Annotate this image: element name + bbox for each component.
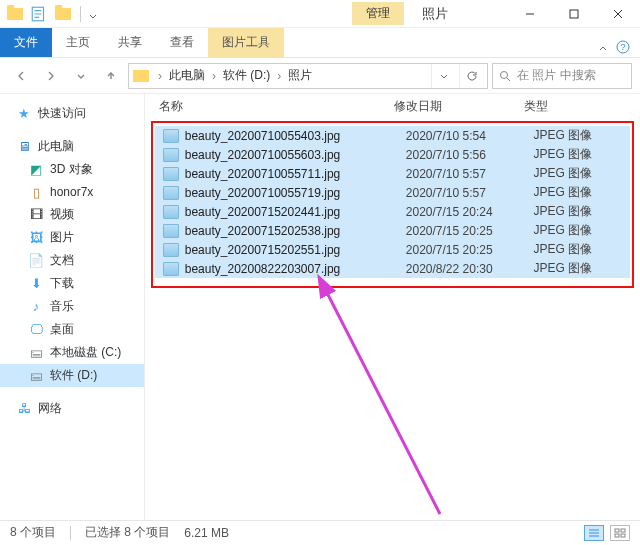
refresh-button[interactable] — [459, 64, 483, 88]
chevron-right-icon[interactable]: › — [209, 69, 219, 83]
table-row[interactable]: beauty_20200715202551.jpg2020/7/15 20:25… — [155, 240, 630, 259]
chevron-right-icon[interactable]: › — [155, 69, 165, 83]
sidebar-item-this-pc[interactable]: 🖥此电脑 — [0, 135, 144, 158]
phone-icon: ▯ — [28, 184, 44, 200]
breadcrumb[interactable]: 软件 (D:) — [221, 65, 272, 86]
back-button[interactable] — [8, 63, 34, 89]
column-date[interactable]: 修改日期 — [394, 98, 524, 115]
help-icon[interactable]: ? — [616, 40, 630, 57]
cube-icon: ◩ — [28, 162, 44, 178]
file-menu[interactable]: 文件 — [0, 28, 52, 57]
network-icon: 🖧 — [16, 401, 32, 417]
sidebar-item-videos[interactable]: 🎞视频 — [0, 203, 144, 226]
image-file-icon — [163, 148, 179, 162]
file-type: JPEG 图像 — [534, 184, 622, 201]
table-row[interactable]: beauty_20200710055603.jpg2020/7/10 5:56J… — [155, 145, 630, 164]
sidebar-item-label: 3D 对象 — [50, 161, 93, 178]
column-type[interactable]: 类型 — [524, 98, 614, 115]
image-file-icon — [163, 186, 179, 200]
search-placeholder: 在 照片 中搜索 — [517, 67, 596, 84]
column-name[interactable]: 名称 — [159, 98, 394, 115]
view-details-button[interactable] — [584, 525, 604, 541]
svg-line-5 — [320, 279, 440, 514]
status-size: 6.21 MB — [184, 526, 229, 540]
table-row[interactable]: beauty_20200715202538.jpg2020/7/15 20:25… — [155, 221, 630, 240]
file-type: JPEG 图像 — [534, 165, 622, 182]
recent-dropdown-icon[interactable] — [68, 63, 94, 89]
file-type: JPEG 图像 — [534, 127, 622, 144]
sidebar-item-label: 文档 — [50, 252, 74, 269]
star-icon: ★ — [16, 106, 32, 122]
window-title: 照片 — [422, 5, 448, 23]
svg-rect-8 — [615, 534, 619, 537]
search-icon — [499, 70, 511, 82]
breadcrumb[interactable]: 照片 — [286, 65, 314, 86]
computer-icon: 🖥 — [16, 139, 32, 155]
file-name: beauty_20200715202538.jpg — [185, 224, 406, 238]
up-button[interactable] — [98, 63, 124, 89]
highlight-box: beauty_20200710055403.jpg2020/7/10 5:54J… — [151, 121, 634, 288]
view-thumbnails-button[interactable] — [610, 525, 630, 541]
disk-icon: 🖴 — [28, 368, 44, 384]
chevron-down-icon[interactable] — [89, 10, 97, 18]
sidebar-item-documents[interactable]: 📄文档 — [0, 249, 144, 272]
table-row[interactable]: beauty_20200710055719.jpg2020/7/10 5:57J… — [155, 183, 630, 202]
image-file-icon — [163, 243, 179, 257]
tab-share[interactable]: 共享 — [104, 28, 156, 57]
sidebar-item-label: 此电脑 — [38, 138, 74, 155]
desktop-icon: 🖵 — [28, 322, 44, 338]
properties-icon[interactable] — [30, 5, 48, 23]
sidebar-item-disk-d[interactable]: 🖴软件 (D:) — [0, 364, 144, 387]
search-box[interactable]: 在 照片 中搜索 — [492, 63, 632, 89]
sidebar-item-disk-c[interactable]: 🖴本地磁盘 (C:) — [0, 341, 144, 364]
sidebar-item-label: 下载 — [50, 275, 74, 292]
sidebar-item-desktop[interactable]: 🖵桌面 — [0, 318, 144, 341]
sidebar-item-label: 软件 (D:) — [50, 367, 97, 384]
file-name: beauty_20200822203007.jpg — [185, 262, 406, 276]
column-headers[interactable]: 名称 修改日期 类型 — [145, 94, 640, 119]
sidebar-item-phone[interactable]: ▯honor7x — [0, 181, 144, 203]
new-folder-icon[interactable] — [54, 5, 72, 23]
context-tab-manage[interactable]: 管理 — [352, 2, 404, 25]
sidebar-item-label: 视频 — [50, 206, 74, 223]
maximize-button[interactable] — [552, 0, 596, 28]
image-file-icon — [163, 262, 179, 276]
sidebar-item-quick-access[interactable]: ★快速访问 — [0, 102, 144, 125]
documents-icon: 📄 — [28, 253, 44, 269]
chevron-right-icon[interactable]: › — [274, 69, 284, 83]
table-row[interactable]: beauty_20200710055711.jpg2020/7/10 5:57J… — [155, 164, 630, 183]
tab-home[interactable]: 主页 — [52, 28, 104, 57]
table-row[interactable]: beauty_20200715202441.jpg2020/7/15 20:24… — [155, 202, 630, 221]
sidebar-item-pictures[interactable]: 🖼图片 — [0, 226, 144, 249]
sidebar-item-network[interactable]: 🖧网络 — [0, 397, 144, 420]
download-icon: ⬇ — [28, 276, 44, 292]
svg-text:?: ? — [620, 42, 625, 52]
sidebar-item-music[interactable]: ♪音乐 — [0, 295, 144, 318]
tab-view[interactable]: 查看 — [156, 28, 208, 57]
file-date: 2020/7/10 5:57 — [406, 167, 534, 181]
svg-rect-6 — [615, 529, 619, 532]
file-date: 2020/7/15 20:25 — [406, 243, 534, 257]
file-date: 2020/7/15 20:25 — [406, 224, 534, 238]
image-file-icon — [163, 129, 179, 143]
file-list-pane: 名称 修改日期 类型 beauty_20200710055403.jpg2020… — [145, 94, 640, 520]
sidebar-item-label: 图片 — [50, 229, 74, 246]
folder-icon — [133, 70, 149, 82]
sidebar-item-downloads[interactable]: ⬇下载 — [0, 272, 144, 295]
folder-icon[interactable] — [6, 5, 24, 23]
file-type: JPEG 图像 — [534, 146, 622, 163]
close-button[interactable] — [596, 0, 640, 28]
navigation-pane: ★快速访问 🖥此电脑 ◩3D 对象 ▯honor7x 🎞视频 🖼图片 📄文档 ⬇… — [0, 94, 145, 520]
breadcrumb[interactable]: 此电脑 — [167, 65, 207, 86]
ribbon-expand-icon[interactable] — [598, 42, 608, 56]
file-name: beauty_20200710055711.jpg — [185, 167, 406, 181]
table-row[interactable]: beauty_20200710055403.jpg2020/7/10 5:54J… — [155, 126, 630, 145]
forward-button[interactable] — [38, 63, 64, 89]
tab-picture-tools[interactable]: 图片工具 — [208, 28, 284, 57]
address-dropdown-icon[interactable] — [431, 64, 455, 88]
file-date: 2020/7/15 20:24 — [406, 205, 534, 219]
table-row[interactable]: beauty_20200822203007.jpg2020/8/22 20:30… — [155, 259, 630, 278]
minimize-button[interactable] — [508, 0, 552, 28]
address-bar[interactable]: › 此电脑 › 软件 (D:) › 照片 — [128, 63, 488, 89]
sidebar-item-3d[interactable]: ◩3D 对象 — [0, 158, 144, 181]
